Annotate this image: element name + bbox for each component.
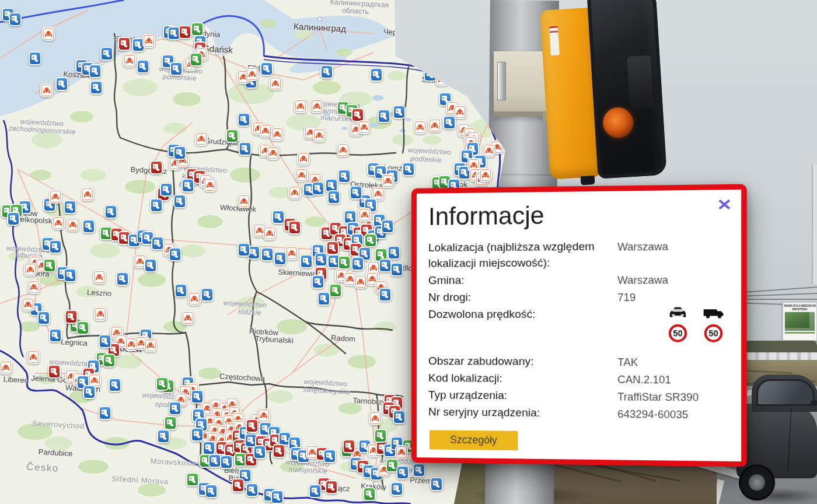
speed-camera-marker[interactable] [83, 385, 96, 399]
section-control-marker[interactable] [22, 298, 34, 312]
speed-camera-marker[interactable] [157, 429, 170, 443]
section-control-marker[interactable] [271, 127, 284, 141]
section-control-marker[interactable] [188, 292, 201, 306]
section-control-marker[interactable] [42, 27, 55, 41]
speed-camera-marker[interactable] [396, 466, 409, 480]
red-light-camera-marker[interactable] [273, 444, 285, 458]
red-light-camera-marker[interactable] [150, 160, 163, 174]
speed-camera-marker[interactable] [379, 288, 392, 302]
section-control-marker[interactable] [428, 118, 441, 132]
speed-camera-marker[interactable] [238, 113, 250, 127]
speed-camera-marker[interactable] [37, 311, 50, 325]
speed-camera-marker[interactable] [116, 272, 129, 286]
speed-camera-marker[interactable] [239, 142, 252, 156]
section-control-marker[interactable] [123, 54, 136, 68]
speed-camera-marker[interactable] [300, 254, 313, 268]
section-control-marker[interactable] [285, 246, 298, 260]
section-control-marker[interactable] [297, 152, 310, 166]
speed-camera-marker[interactable] [90, 80, 103, 94]
section-control-marker[interactable] [24, 262, 37, 276]
new-camera-marker[interactable] [186, 473, 199, 487]
speed-camera-marker[interactable] [253, 445, 266, 459]
red-light-camera-marker[interactable] [179, 25, 191, 39]
speed-camera-marker[interactable] [381, 219, 394, 233]
section-control-marker[interactable] [395, 445, 408, 459]
new-camera-marker[interactable] [363, 487, 376, 501]
speed-camera-marker[interactable] [261, 247, 274, 261]
section-control-marker[interactable] [414, 120, 427, 134]
speed-camera-marker[interactable] [370, 68, 383, 82]
new-camera-marker[interactable] [338, 256, 351, 270]
section-control-marker[interactable] [246, 67, 259, 81]
speed-camera-marker[interactable] [390, 482, 403, 496]
speed-camera-marker[interactable] [246, 483, 259, 497]
new-camera-marker[interactable] [226, 129, 239, 143]
new-camera-marker[interactable] [374, 429, 387, 443]
speed-camera-marker[interactable] [160, 183, 173, 197]
section-control-marker[interactable] [288, 186, 301, 200]
speed-camera-marker[interactable] [9, 12, 22, 26]
section-control-marker[interactable] [49, 190, 62, 204]
speed-camera-marker[interactable] [260, 62, 273, 76]
section-control-marker[interactable] [238, 194, 250, 208]
speed-camera-marker[interactable] [174, 284, 187, 298]
section-control-marker[interactable] [40, 83, 53, 97]
speed-camera-marker[interactable] [338, 169, 351, 183]
speed-camera-marker[interactable] [220, 455, 233, 469]
section-control-marker[interactable] [295, 168, 308, 182]
section-control-marker[interactable] [144, 338, 157, 352]
section-control-marker[interactable] [269, 76, 282, 90]
close-icon[interactable]: ✕ [717, 195, 732, 214]
section-control-marker[interactable] [479, 168, 492, 182]
section-control-marker[interactable] [354, 275, 367, 289]
section-control-marker[interactable] [142, 34, 155, 48]
speed-camera-marker[interactable] [202, 441, 215, 455]
speed-camera-marker[interactable] [309, 484, 322, 498]
new-camera-marker[interactable] [156, 377, 169, 391]
details-button[interactable]: Szczegóły [430, 430, 518, 450]
section-control-marker[interactable] [27, 350, 40, 364]
red-light-camera-marker[interactable] [118, 37, 131, 51]
speed-camera-marker[interactable] [317, 292, 330, 306]
section-control-marker[interactable] [81, 187, 94, 201]
speed-camera-marker[interactable] [393, 410, 406, 424]
speed-camera-marker[interactable] [390, 262, 403, 276]
red-light-camera-marker[interactable] [48, 365, 61, 379]
speed-camera-marker[interactable] [181, 178, 194, 192]
speed-camera-marker[interactable] [350, 186, 362, 200]
speed-camera-marker[interactable] [99, 406, 111, 420]
speed-camera-marker[interactable] [169, 401, 181, 415]
section-control-marker[interactable] [337, 143, 350, 157]
speed-camera-marker[interactable] [274, 251, 287, 265]
speed-camera-marker[interactable] [312, 181, 324, 195]
speed-camera-marker[interactable] [327, 190, 340, 204]
new-camera-marker[interactable] [190, 52, 202, 66]
red-light-camera-marker[interactable] [246, 419, 259, 433]
speed-camera-marker[interactable] [323, 449, 336, 463]
section-control-marker[interactable] [358, 208, 371, 222]
speed-camera-marker[interactable] [151, 236, 164, 250]
new-camera-marker[interactable] [191, 22, 204, 36]
speed-camera-marker[interactable] [82, 219, 95, 233]
speed-camera-marker[interactable] [99, 334, 111, 348]
section-control-marker[interactable] [93, 270, 106, 284]
new-camera-marker[interactable] [329, 284, 342, 298]
speed-camera-marker[interactable] [109, 378, 121, 392]
speed-camera-marker[interactable] [205, 484, 218, 498]
speed-camera-marker[interactable] [320, 65, 333, 79]
section-control-marker[interactable] [181, 311, 194, 325]
section-control-marker[interactable] [358, 120, 371, 134]
speed-camera-marker[interactable] [271, 490, 284, 504]
section-control-marker[interactable] [382, 174, 394, 188]
speed-camera-marker[interactable] [170, 62, 183, 76]
speed-camera-marker[interactable] [443, 116, 456, 130]
speed-camera-marker[interactable] [100, 47, 113, 61]
new-camera-marker[interactable] [43, 258, 56, 272]
speed-camera-marker[interactable] [49, 240, 62, 254]
speed-camera-marker[interactable] [351, 257, 364, 271]
speed-camera-marker[interactable] [104, 205, 117, 219]
section-control-marker[interactable] [263, 226, 276, 240]
section-control-marker[interactable] [313, 128, 326, 142]
speed-camera-marker[interactable] [64, 268, 76, 282]
red-light-camera-marker[interactable] [325, 480, 338, 494]
